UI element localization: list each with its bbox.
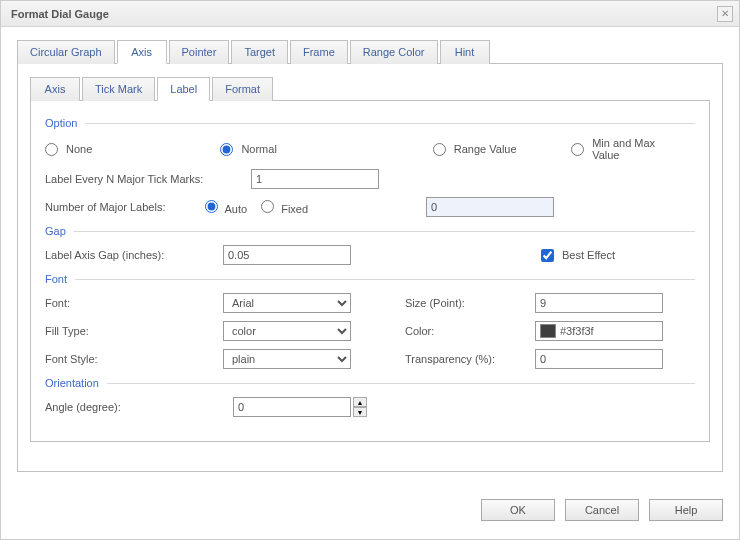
outer-tabs: Circular Graph Axis Pointer Target Frame… [17, 39, 723, 64]
radio-min-max[interactable]: Min and Max Value [571, 137, 677, 161]
divider [75, 279, 695, 280]
color-picker[interactable]: #3f3f3f [535, 321, 663, 341]
radio-fixed[interactable]: Fixed [261, 200, 308, 215]
ok-button[interactable]: OK [481, 499, 555, 521]
inner-tabs: Axis Tick Mark Label Format [30, 76, 710, 101]
row-label-axis-gap: Label Axis Gap (inches): Best Effect [45, 245, 695, 265]
row-num-major-labels: Number of Major Labels: Auto Fixed [45, 197, 695, 217]
section-option: Option [45, 117, 695, 129]
fixed-value-input[interactable] [426, 197, 554, 217]
divider [107, 383, 695, 384]
section-font: Font [45, 273, 695, 285]
angle-up-icon[interactable]: ▲ [353, 397, 367, 407]
tab-target[interactable]: Target [231, 40, 288, 64]
outer-panel: Axis Tick Mark Label Format Option None … [17, 64, 723, 472]
divider [74, 231, 695, 232]
size-input[interactable] [535, 293, 663, 313]
dialog-footer: OK Cancel Help [481, 499, 723, 521]
row-font: Font: Arial Size (Point): [45, 293, 695, 313]
tab-circular-graph[interactable]: Circular Graph [17, 40, 115, 64]
color-label: Color: [405, 325, 535, 337]
row-filltype: Fill Type: color Color: #3f3f3f [45, 321, 695, 341]
size-label: Size (Point): [405, 297, 535, 309]
filltype-label: Fill Type: [45, 325, 223, 337]
inner-tab-tick-mark[interactable]: Tick Mark [82, 77, 155, 101]
section-orientation: Orientation [45, 377, 695, 389]
radio-none[interactable]: None [45, 143, 202, 156]
font-label: Font: [45, 297, 223, 309]
transparency-label: Transparency (%): [405, 353, 535, 365]
angle-spinner: ▲ ▼ [233, 397, 367, 417]
tab-hint[interactable]: Hint [440, 40, 490, 64]
angle-input[interactable] [233, 397, 351, 417]
row-angle: Angle (degree): ▲ ▼ [45, 397, 695, 417]
tab-frame[interactable]: Frame [290, 40, 348, 64]
best-effect-checkbox[interactable]: Best Effect [541, 249, 615, 262]
titlebar: Format Dial Gauge ✕ [1, 1, 739, 27]
section-orientation-label: Orientation [45, 377, 99, 389]
section-option-label: Option [45, 117, 77, 129]
row-fontstyle: Font Style: plain Transparency (%): [45, 349, 695, 369]
close-icon[interactable]: ✕ [717, 6, 733, 22]
section-gap: Gap [45, 225, 695, 237]
radio-normal[interactable]: Normal [220, 143, 414, 156]
tab-range-color[interactable]: Range Color [350, 40, 438, 64]
inner-tab-format[interactable]: Format [212, 77, 273, 101]
tab-axis[interactable]: Axis [117, 40, 167, 64]
divider [85, 123, 695, 124]
section-gap-label: Gap [45, 225, 66, 237]
inner-tab-axis[interactable]: Axis [30, 77, 80, 101]
color-value: #3f3f3f [560, 325, 594, 337]
radio-range-value[interactable]: Range Value [433, 143, 553, 156]
fontstyle-label: Font Style: [45, 353, 223, 365]
transparency-input[interactable] [535, 349, 663, 369]
label-every-n-input[interactable] [251, 169, 379, 189]
dialog-title: Format Dial Gauge [11, 8, 109, 20]
angle-label: Angle (degree): [45, 401, 233, 413]
font-select[interactable]: Arial [223, 293, 351, 313]
content: Circular Graph Axis Pointer Target Frame… [1, 27, 739, 472]
label-axis-gap-input[interactable] [223, 245, 351, 265]
inner-panel: Option None Normal Range Value Min and M… [30, 101, 710, 442]
label-every-n-label: Label Every N Major Tick Marks: [45, 173, 251, 185]
label-axis-gap-label: Label Axis Gap (inches): [45, 249, 223, 261]
color-swatch-icon [540, 324, 556, 338]
dialog-format-dial-gauge: Format Dial Gauge ✕ Circular Graph Axis … [0, 0, 740, 540]
filltype-select[interactable]: color [223, 321, 351, 341]
help-button[interactable]: Help [649, 499, 723, 521]
angle-down-icon[interactable]: ▼ [353, 407, 367, 417]
num-major-labels-label: Number of Major Labels: [45, 201, 205, 213]
tab-pointer[interactable]: Pointer [169, 40, 230, 64]
section-font-label: Font [45, 273, 67, 285]
inner-tab-label[interactable]: Label [157, 77, 210, 101]
cancel-button[interactable]: Cancel [565, 499, 639, 521]
option-radios: None Normal Range Value Min and Max Valu… [45, 137, 695, 161]
fontstyle-select[interactable]: plain [223, 349, 351, 369]
row-label-every-n: Label Every N Major Tick Marks: [45, 169, 695, 189]
radio-auto[interactable]: Auto [205, 200, 247, 215]
